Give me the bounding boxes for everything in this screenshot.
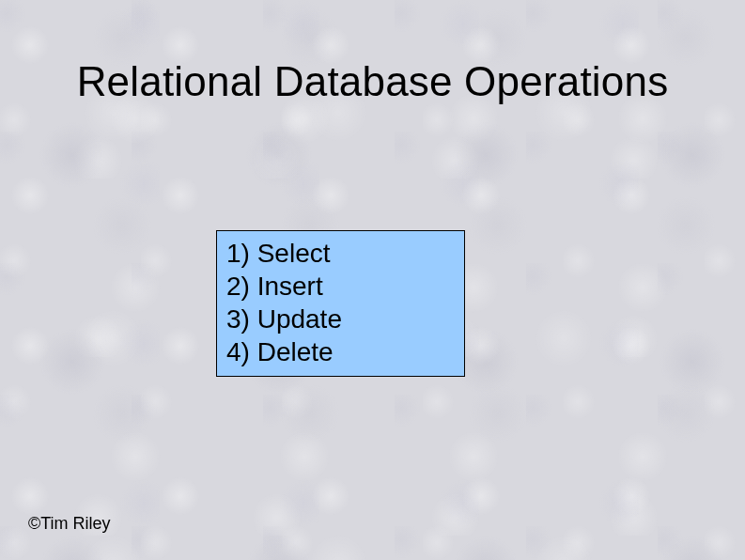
operation-item: 3) Update <box>226 303 455 335</box>
copyright-text: ©Tim Riley <box>28 514 111 534</box>
slide-title: Relational Database Operations <box>0 58 745 105</box>
operation-item: 1) Select <box>226 237 455 270</box>
operation-item: 2) Insert <box>226 270 455 303</box>
operation-item: 4) Delete <box>226 335 455 368</box>
operations-box: 1) Select 2) Insert 3) Update 4) Delete <box>216 230 465 377</box>
